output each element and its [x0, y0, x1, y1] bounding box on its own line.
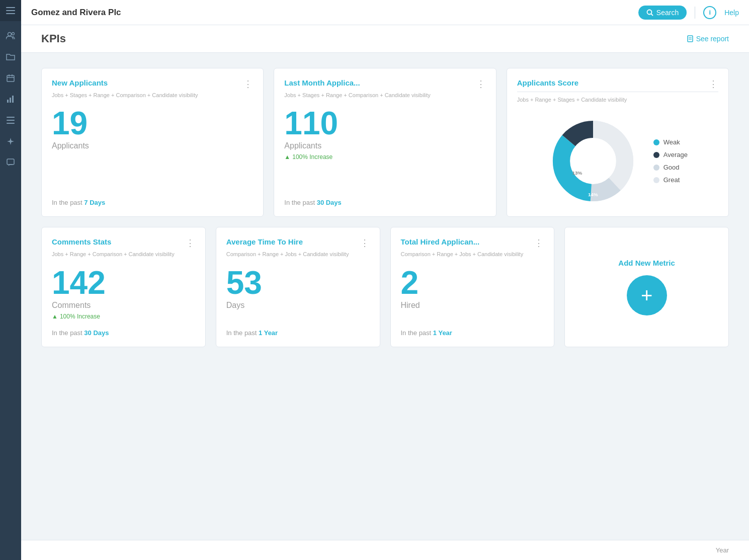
message-sidebar-icon[interactable] — [0, 152, 21, 173]
legend-dot-weak — [653, 139, 659, 145]
donut-legend: Weak Average Good Great — [653, 138, 688, 184]
add-metric-plus: + — [641, 284, 652, 307]
increase-arrow: ▲ — [52, 313, 58, 320]
legend-weak: Weak — [653, 138, 688, 146]
svg-rect-19 — [688, 36, 693, 42]
info-icon[interactable]: i — [703, 6, 716, 19]
card-footer-value: 30 Days — [84, 329, 109, 337]
svg-point-3 — [8, 33, 12, 36]
card-value: 142 — [52, 267, 195, 299]
users-sidebar-icon[interactable] — [0, 25, 21, 46]
card-footer-value: 30 Days — [317, 199, 342, 206]
footer-year: Year — [716, 546, 729, 554]
legend-great: Great — [653, 176, 688, 184]
svg-text:13%: 13% — [572, 170, 582, 176]
svg-text:14%: 14% — [588, 192, 598, 198]
search-button[interactable]: Search — [638, 6, 687, 20]
svg-rect-14 — [7, 123, 15, 124]
svg-marker-15 — [7, 138, 14, 145]
applicants-score-card: Applicants Score ⋮ Jobs + Range + Stages… — [507, 68, 729, 217]
card-menu-button[interactable]: ⋮ — [360, 237, 370, 249]
card-divider — [517, 92, 718, 92]
svg-rect-12 — [7, 117, 15, 118]
card-subtitle: Jobs + Range + Comparison + Candidate vi… — [52, 251, 195, 258]
legend-label-good: Good — [663, 164, 680, 171]
card-value: 53 — [226, 267, 370, 299]
topbar-divider — [695, 7, 695, 19]
card-subtitle: Comparison + Range + Jobs + Candidate vi… — [401, 251, 544, 258]
card-subtitle: Jobs + Stages + Range + Comparison + Can… — [52, 92, 253, 99]
card-menu-button[interactable]: ⋮ — [709, 78, 718, 90]
last-month-applicants-card: Last Month Applica... ⋮ Jobs + Stages + … — [274, 68, 496, 217]
donut-chart: 35% 14% 13% — [548, 116, 638, 206]
calendar-sidebar-icon[interactable] — [0, 67, 21, 89]
svg-text:35%: 35% — [602, 150, 612, 155]
svg-line-18 — [651, 14, 653, 16]
svg-rect-16 — [7, 159, 14, 165]
increase-text: 100% Increase — [292, 153, 332, 161]
card-header: Last Month Applica... ⋮ — [284, 78, 485, 90]
svg-rect-10 — [10, 98, 11, 103]
legend-label-weak: Weak — [663, 138, 680, 146]
increase-text: 100% Increase — [60, 313, 100, 320]
card-title: Applicants Score — [517, 78, 579, 87]
svg-rect-0 — [6, 7, 15, 8]
kpi-row-2: Comments Stats ⋮ Jobs + Range + Comparis… — [41, 227, 729, 347]
card-footer: In the past 7 Days — [52, 194, 253, 206]
card-increase: ▲ 100% Increase — [284, 153, 485, 161]
card-footer: In the past 30 Days — [284, 194, 485, 206]
svg-point-4 — [12, 33, 15, 35]
card-header: Applicants Score ⋮ — [517, 78, 718, 90]
spark-sidebar-icon[interactable] — [0, 131, 21, 152]
list-sidebar-icon[interactable] — [0, 110, 21, 131]
topbar-right: Search i Help — [638, 6, 739, 20]
card-value: 2 — [401, 267, 544, 299]
report-icon — [687, 35, 694, 42]
see-report-button[interactable]: See report — [687, 35, 729, 43]
chart-sidebar-icon[interactable] — [0, 89, 21, 110]
card-menu-button[interactable]: ⋮ — [186, 237, 195, 249]
legend-dot-average — [653, 152, 659, 158]
card-title: Total Hired Applican... — [401, 237, 480, 246]
card-value: 110 — [284, 107, 485, 139]
card-footer: In the past 1 Year — [226, 324, 370, 337]
search-icon — [646, 9, 653, 16]
card-header: Average Time To Hire ⋮ — [226, 237, 370, 249]
card-label: Comments — [52, 301, 195, 310]
svg-rect-5 — [7, 75, 14, 82]
card-menu-button[interactable]: ⋮ — [476, 78, 486, 90]
card-subtitle: Comparison + Range + Jobs + Candidate vi… — [226, 251, 370, 258]
svg-rect-13 — [7, 120, 15, 121]
add-metric-title: Add New Metric — [618, 259, 675, 267]
footer-bar: Year — [21, 540, 749, 560]
donut-chart-container: 35% 14% 13% Weak Average — [517, 116, 718, 206]
card-subtitle: Jobs + Stages + Range + Comparison + Can… — [284, 92, 485, 99]
topbar: Gomez and Rivera Plc Search i Help — [21, 0, 749, 25]
new-applicants-card: New Applicants ⋮ Jobs + Stages + Range +… — [41, 68, 264, 217]
card-subtitle: Jobs + Range + Stages + Candidate visibi… — [517, 96, 718, 104]
card-footer-value: 1 Year — [433, 329, 452, 337]
legend-good: Good — [653, 164, 688, 171]
help-link[interactable]: Help — [724, 9, 739, 17]
folder-sidebar-icon[interactable] — [0, 46, 21, 67]
add-metric-card[interactable]: Add New Metric + — [564, 227, 729, 347]
menu-icon[interactable] — [0, 0, 21, 21]
card-title: New Applicants — [52, 78, 108, 87]
kpi-row-1: New Applicants ⋮ Jobs + Stages + Range +… — [41, 68, 729, 217]
page-header: KPIs See report — [21, 25, 749, 53]
card-menu-button[interactable]: ⋮ — [243, 78, 253, 90]
svg-rect-9 — [7, 100, 9, 103]
card-label: Days — [226, 301, 370, 310]
card-label: Applicants — [52, 141, 253, 150]
card-menu-button[interactable]: ⋮ — [534, 237, 544, 249]
card-footer: In the past 30 Days — [52, 324, 195, 337]
card-increase: ▲ 100% Increase — [52, 313, 195, 320]
sidebar — [0, 0, 21, 560]
legend-average: Average — [653, 151, 688, 158]
legend-dot-great — [653, 177, 659, 183]
add-metric-button[interactable]: + — [627, 275, 667, 315]
comments-stats-card: Comments Stats ⋮ Jobs + Range + Comparis… — [41, 227, 206, 347]
svg-rect-1 — [6, 10, 15, 11]
main-area: Gomez and Rivera Plc Search i Help KPIs … — [21, 0, 749, 560]
card-value: 19 — [52, 107, 253, 139]
